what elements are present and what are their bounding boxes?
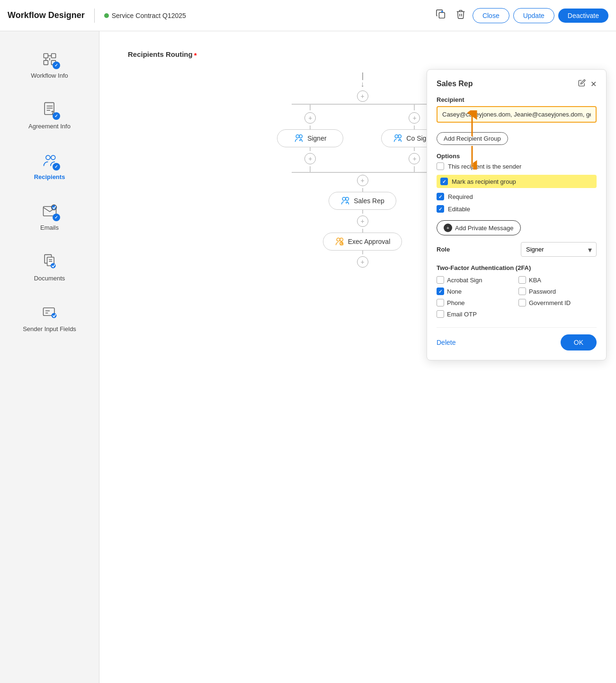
svg-rect-4 — [44, 61, 48, 65]
option-sender-checkbox[interactable] — [437, 162, 444, 170]
add-before-signer[interactable]: + — [304, 112, 316, 124]
svg-rect-0 — [439, 12, 445, 18]
tfa-phone-checkbox[interactable] — [437, 299, 444, 306]
sidebar-item-recipients-label: Recipients — [34, 173, 65, 180]
sidebar-item-recipients[interactable]: Recipients — [0, 142, 99, 188]
section-header: Recipients Routing * — [128, 50, 597, 60]
options-label: Options — [437, 153, 597, 160]
tfa-government-id-checkbox[interactable] — [518, 299, 526, 306]
exec-approval-section: Exec Approval — [323, 229, 402, 254]
tfa-government-id: Government ID — [518, 299, 597, 306]
option-required-row: Required — [437, 193, 597, 200]
panel-header: Sales Rep ✕ — [437, 79, 597, 89]
recipient-input[interactable] — [437, 106, 597, 123]
tfa-none-label: None — [447, 288, 462, 295]
header-divider — [94, 9, 95, 23]
agreement-info-icon — [39, 99, 60, 120]
header-actions: Close Update Deactivate — [433, 6, 608, 25]
sidebar-item-documents[interactable]: Documents — [0, 243, 99, 289]
sales-rep-node[interactable]: Sales Rep — [329, 192, 396, 210]
canvas-area: Recipients Routing * ↓ + — [99, 31, 616, 363]
panel-header-icons: ✕ — [578, 79, 597, 89]
branch-bottom-line — [292, 172, 434, 173]
sidebar: Workflow Info Agreement Info — [0, 31, 99, 683]
tfa-phone: Phone — [437, 299, 515, 306]
add-after-sales[interactable]: + — [357, 216, 368, 227]
v-line-top — [362, 72, 363, 80]
tfa-acrobat-sign-checkbox[interactable] — [437, 276, 444, 284]
branch-row: + Signer — [277, 105, 447, 172]
panel-delete-button[interactable]: Delete — [437, 339, 455, 346]
documents-icon — [39, 251, 60, 272]
tfa-password-checkbox[interactable] — [518, 288, 526, 295]
option-editable-row: Editable — [437, 205, 597, 213]
add-after-cosigner[interactable]: + — [409, 153, 420, 164]
option-mark-group-checkbox[interactable] — [440, 178, 448, 185]
emails-icon — [39, 200, 60, 221]
add-recipient-group-section: Add Recipient Group — [437, 128, 597, 145]
option-required-checkbox[interactable] — [437, 193, 444, 200]
add-after-branch[interactable]: + — [357, 175, 368, 186]
panel-title: Sales Rep — [437, 80, 473, 88]
tfa-email-otp-label: Email OTP — [447, 311, 477, 318]
tfa-kba: KBA — [518, 276, 597, 284]
emails-badge — [53, 214, 60, 221]
sales-rep-section: Sales Rep — [329, 188, 396, 214]
sidebar-item-sender-input-fields[interactable]: Sender Input Fields — [0, 294, 99, 340]
tfa-acrobat-sign-label: Acrobat Sign — [447, 277, 482, 284]
exec-approval-node[interactable]: Exec Approval — [323, 233, 402, 251]
role-select[interactable]: Signer Approver Acceptor Form Filler Cer… — [521, 242, 597, 257]
tfa-email-otp-checkbox[interactable] — [437, 310, 444, 318]
sidebar-item-workflow-info[interactable]: Workflow Info — [0, 41, 99, 87]
add-node-bottom[interactable]: + — [357, 256, 368, 268]
svg-point-30 — [342, 198, 346, 201]
tfa-none-checkbox[interactable] — [437, 288, 444, 295]
exec-v-bot — [362, 251, 363, 254]
deactivate-button[interactable]: Deactivate — [558, 9, 608, 23]
recipients-badge — [53, 163, 60, 171]
add-before-cosigner[interactable]: + — [409, 112, 420, 124]
sales-rep-panel: Sales Rep ✕ Recipient — [427, 69, 607, 360]
contract-name: Service Contract Q12025 — [112, 12, 186, 19]
option-editable-checkbox[interactable] — [437, 205, 444, 213]
signer-v-bottom — [310, 166, 311, 172]
delete-icon-button[interactable] — [453, 6, 469, 25]
option-sender-row: This recipient is the sender — [437, 162, 597, 170]
add-after-signer[interactable]: + — [304, 153, 316, 164]
signer-node-label: Signer — [307, 135, 326, 142]
sales-rep-node-label: Sales Rep — [354, 197, 384, 205]
signer-node[interactable]: Signer — [277, 129, 343, 147]
sidebar-item-emails[interactable]: Emails — [0, 193, 99, 239]
svg-point-33 — [340, 238, 343, 242]
main-canvas: Recipients Routing * ↓ + — [99, 31, 616, 683]
exec-approval-node-label: Exec Approval — [348, 238, 391, 245]
panel-close-button[interactable]: ✕ — [590, 79, 597, 89]
close-button[interactable]: Close — [473, 8, 509, 23]
arrow-down-top: ↓ — [361, 80, 365, 89]
tfa-password: Password — [518, 288, 597, 295]
role-select-wrapper: Signer Approver Acceptor Form Filler Cer… — [521, 242, 597, 257]
status-dot — [104, 13, 109, 18]
svg-point-32 — [337, 238, 340, 242]
tfa-government-id-label: Government ID — [529, 299, 571, 306]
role-row: Role Signer Approver Acceptor Form Fille… — [437, 242, 597, 257]
svg-rect-3 — [51, 54, 55, 58]
add-node-top[interactable]: + — [357, 90, 368, 102]
recipient-label: Recipient — [437, 96, 597, 103]
private-msg-plus-icon: + — [444, 224, 452, 232]
tfa-kba-checkbox[interactable] — [518, 276, 526, 284]
tfa-kba-label: KBA — [529, 277, 541, 284]
section-title: Recipients Routing — [128, 50, 193, 58]
tfa-section: Two-Factor Authentication (2FA) Acrobat … — [437, 264, 597, 318]
add-private-message-button[interactable]: + Add Private Message — [437, 220, 521, 235]
top-connector: ↓ — [361, 72, 365, 89]
copy-icon-button[interactable] — [433, 6, 449, 25]
signer-v-mid — [310, 126, 311, 129]
required-marker: * — [194, 51, 197, 59]
sidebar-item-agreement-info[interactable]: Agreement Info — [0, 91, 99, 137]
app-title: Workflow Designer — [8, 10, 85, 20]
panel-edit-button[interactable] — [578, 79, 586, 89]
sales-v-top — [362, 188, 363, 192]
update-button[interactable]: Update — [513, 8, 554, 23]
panel-ok-button[interactable]: OK — [561, 334, 597, 350]
